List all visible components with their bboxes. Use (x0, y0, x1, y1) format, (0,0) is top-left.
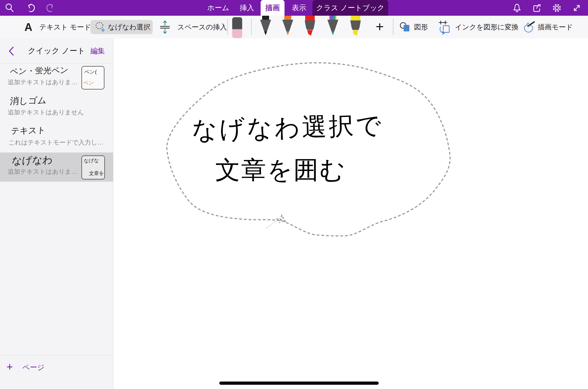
page-thumbnail: なげな 文章を (81, 156, 105, 179)
search-icon[interactable] (4, 3, 15, 13)
lasso-select-button[interactable]: なげなわ選択 (90, 20, 153, 34)
ink-to-shape-button[interactable]: インクを図形に変換 (455, 16, 518, 38)
marker-red-tool[interactable] (303, 16, 317, 39)
page-item-eraser[interactable]: 消しゴム 追加テキストはありません (0, 94, 113, 122)
divider (227, 19, 228, 35)
handwritten-ink-line-1: なげなわ選択で (192, 111, 383, 144)
divider (0, 355, 113, 355)
thumbnail-ink: ペン (83, 79, 94, 86)
title-bar: ホーム 挿入 描画 表示 クラス ノートブック (0, 0, 588, 16)
home-indicator[interactable] (219, 382, 379, 385)
plus-icon: + (6, 361, 13, 374)
draw-mode-button[interactable]: 描画モード (538, 16, 573, 38)
gear-icon[interactable] (552, 3, 562, 13)
page-title-ink: なげなわ (11, 153, 53, 168)
page-title-ink: テキスト (10, 124, 46, 137)
page-subtitle: 追加テキストはありま… (8, 78, 77, 86)
pen-rainbow-tool[interactable] (326, 16, 340, 39)
page-subtitle: 追加テキストはありません (8, 108, 84, 116)
pen-orange-tool[interactable] (281, 16, 294, 39)
thumbnail-ink: 文章を (89, 170, 104, 177)
insert-space-button[interactable]: スペースの挿入 (177, 16, 227, 38)
ink-layer: なげなわ選択で 文章を囲む (114, 38, 588, 389)
page-title-ink: ペン・蛍光ペン (9, 65, 69, 77)
note-canvas[interactable]: なげなわ選択で 文章を囲む (114, 38, 588, 389)
redo-icon[interactable] (45, 3, 56, 13)
lasso-icon (94, 21, 105, 34)
page-subtitle: 追加テキストはありま… (8, 167, 77, 176)
text-mode-button[interactable]: テキスト モード (39, 16, 91, 38)
divider (251, 19, 252, 35)
page-list-sidebar: クイック ノート 編集 ペン・蛍光ペン 追加テキストはありま… ペン( ペン 消… (0, 38, 113, 389)
edit-button[interactable]: 編集 (90, 38, 105, 63)
lasso-select-label: なげなわ選択 (108, 20, 150, 34)
page-thumbnail: ペン( ペン (81, 66, 104, 89)
page-title-ink: 消しゴム (9, 94, 47, 107)
divider (393, 19, 393, 35)
shapes-button[interactable]: 図形 (414, 16, 428, 38)
page-subtitle: これはテキストモードで入力し… (8, 138, 103, 147)
highlighter-yellow-tool[interactable] (349, 16, 362, 39)
add-pen-button[interactable]: + (372, 16, 387, 38)
insert-space-icon[interactable] (159, 20, 171, 36)
handwritten-ink-line-2: 文章を囲む (215, 156, 346, 184)
tab-class-notebook[interactable]: クラス ノートブック (312, 0, 388, 16)
add-page-button[interactable]: + ページ (0, 361, 113, 374)
page-item-pen-highlighter[interactable]: ペン・蛍光ペン 追加テキストはありま… ペン( ペン (0, 64, 113, 94)
pen-black-tool[interactable] (259, 16, 272, 39)
text-mode-icon[interactable]: A (24, 16, 32, 38)
lasso-selection-outline (167, 63, 450, 236)
draw-mode-icon[interactable] (521, 21, 535, 35)
eraser-tool[interactable] (232, 17, 243, 39)
add-page-label: ページ (22, 361, 44, 374)
page-item-lasso[interactable]: なげなわ 追加テキストはありま… なげな 文章を (0, 153, 113, 182)
shapes-icon[interactable] (399, 21, 412, 34)
share-icon[interactable] (532, 3, 542, 13)
tab-insert[interactable]: 挿入 (237, 0, 257, 16)
tab-view[interactable]: 表示 (289, 0, 309, 16)
sidebar-header: クイック ノート 編集 (0, 38, 113, 63)
thumbnail-ink: ペン( (84, 68, 97, 76)
tab-draw[interactable]: 描画 (261, 0, 285, 16)
ink-to-shape-icon[interactable] (438, 20, 451, 36)
undo-icon[interactable] (25, 3, 36, 13)
thumbnail-ink: なげな (83, 157, 99, 164)
expand-icon[interactable] (572, 3, 582, 13)
page-item-text[interactable]: テキスト これはテキストモードで入力し… (0, 122, 113, 153)
draw-toolbar: A テキスト モード なげなわ選択 スペースの挿入 + 図形 インクを図形に変換 (0, 16, 588, 39)
bell-icon[interactable] (512, 3, 522, 13)
tab-home[interactable]: ホーム (204, 0, 232, 16)
